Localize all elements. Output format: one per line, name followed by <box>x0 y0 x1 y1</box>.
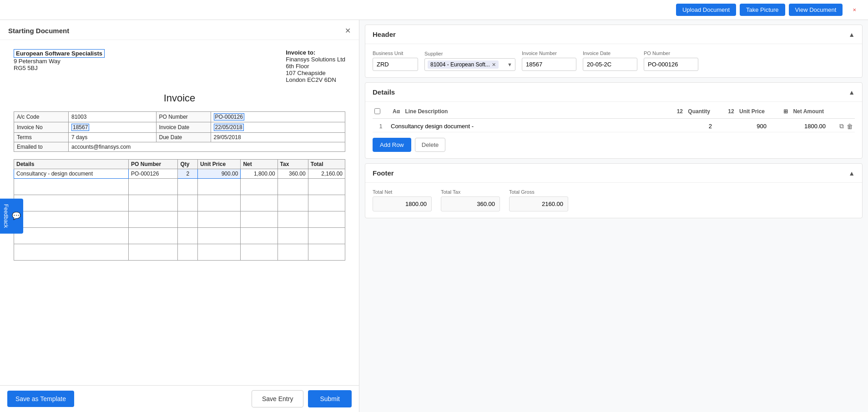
take-picture-button[interactable]: Take Picture <box>740 4 785 16</box>
bottom-bar: Save as Template Save Entry Submit <box>0 385 359 412</box>
header-section-toggle[interactable]: ▲ <box>848 31 855 38</box>
copy-row-button[interactable]: ⧉ <box>839 122 844 130</box>
td-tax: 360.00 <box>278 169 308 179</box>
total-net-input[interactable] <box>373 196 432 211</box>
feedback-tab[interactable]: 💬 Feedback <box>0 199 23 234</box>
total-gross-label: Total Gross <box>509 189 568 195</box>
td-total: 2,160.00 <box>308 169 345 179</box>
submit-button[interactable]: Submit <box>308 390 352 407</box>
invoice-number-input[interactable] <box>522 58 576 71</box>
label-invoice-no: Invoice No <box>14 122 69 133</box>
top-bar: Upload Document Take Picture View Docume… <box>0 0 868 20</box>
th-tax: Tax <box>278 160 308 169</box>
select-all-checkbox[interactable] <box>374 108 380 114</box>
po-number-label: PO Number <box>644 50 698 56</box>
company-name: European Software Specialists <box>14 49 105 58</box>
business-unit-input[interactable] <box>373 58 418 71</box>
supplier-select[interactable]: 81004 - European Soft... ✕ ▼ <box>424 58 515 71</box>
invoice-title: Invoice <box>14 92 345 104</box>
invoice-date-label: Invoice Date <box>583 50 637 56</box>
val-emailed-to: accounts@finansys.com <box>69 142 345 152</box>
po-number-input[interactable] <box>644 58 698 71</box>
td-net: 1,800.00 <box>241 169 278 179</box>
td-po: PO-000126 <box>129 169 178 179</box>
label-emailed-to: Emailed to <box>14 142 69 152</box>
left-panel-header: Starting Document ✕ <box>0 20 359 40</box>
left-panel-close-button[interactable]: ✕ <box>345 26 351 35</box>
details-section-toggle[interactable]: ▲ <box>848 89 855 96</box>
details-table-header: Details PO Number Qty Unit Price Net Tax… <box>14 160 345 169</box>
invoice-header-row: European Software Specialists 9 Petersha… <box>14 49 345 83</box>
supplier-field: Supplier 81004 - European Soft... ✕ ▼ <box>424 51 515 71</box>
footer-section-header: Footer ▲ <box>365 164 862 183</box>
info-row-4: Emailed to accounts@finansys.com <box>14 142 345 152</box>
details-section-title: Details <box>373 88 395 96</box>
row-number: 1 <box>377 123 384 130</box>
right-panel: Header ▲ Business Unit Supplier <box>359 20 868 412</box>
invoice-no-highlighted: 18567 <box>71 124 89 131</box>
invoice-date-field: Invoice Date <box>583 50 637 71</box>
invoice-details-table: Details PO Number Qty Unit Price Net Tax… <box>14 159 345 261</box>
footer-section-body: Total Net Total Tax Total Gross <box>365 183 862 218</box>
details-column-headers: Aα Line Description 12 Quantity 12 Unit … <box>373 108 855 119</box>
footer-section: Footer ▲ Total Net Total Tax <box>365 163 863 218</box>
supplier-chevron-icon[interactable]: ▼ <box>507 62 512 67</box>
po-number-highlighted: PO-000126 <box>214 113 244 121</box>
supplier-remove-icon[interactable]: ✕ <box>492 62 496 68</box>
details-section-header: Details ▲ <box>365 83 862 102</box>
delete-button[interactable]: Delete <box>415 138 446 152</box>
invoice-to-line1: 6th Floor <box>286 63 345 70</box>
th-qty: Qty <box>178 160 198 169</box>
save-template-button[interactable]: Save as Template <box>7 391 74 407</box>
main-content: 💬 Feedback Starting Document ✕ European … <box>0 20 868 412</box>
val-ac-code: 81003 <box>69 112 156 122</box>
val-due-date: 29/05/2018 <box>211 133 345 142</box>
close-button[interactable]: × <box>846 4 863 16</box>
invoice-number-field: Invoice Number <box>522 50 576 71</box>
invoice-date-highlighted: 22/05/2018 <box>214 124 244 131</box>
invoice-date-input[interactable] <box>583 58 637 71</box>
left-panel: 💬 Feedback Starting Document ✕ European … <box>0 20 359 412</box>
footer-section-toggle[interactable]: ▲ <box>848 170 855 177</box>
feedback-label: Feedback <box>3 204 9 228</box>
info-row-2: Invoice No 18567 Invoice Date 22/05/2018 <box>14 122 345 133</box>
details-section: Details ▲ Aα Line Description <box>365 82 863 159</box>
text-icon: Aα <box>391 108 402 115</box>
supplier-label: Supplier <box>424 51 515 56</box>
invoice-to-company: Finansys Solutions Ltd <box>286 56 345 63</box>
info-row-1: A/c Code 81003 PO Number PO-000126 <box>14 112 345 122</box>
total-tax-label: Total Tax <box>441 189 500 195</box>
add-row-button[interactable]: Add Row <box>373 138 411 152</box>
td-description: Consultancy - design document <box>14 169 129 179</box>
invoice-to-label: Invoice to: <box>286 49 345 56</box>
invoice-to-line3: London EC2V 6DN <box>286 76 345 83</box>
header-fields: Business Unit Supplier 81004 - European … <box>373 50 855 71</box>
val-terms: 7 days <box>69 133 156 142</box>
total-tax-input[interactable] <box>441 196 500 211</box>
col-line-description: Aα Line Description <box>389 108 659 116</box>
business-unit-field: Business Unit <box>373 50 418 71</box>
total-tax-field: Total Tax <box>441 189 500 211</box>
details-empty-row-1 <box>14 179 345 195</box>
company-block: European Software Specialists 9 Petersha… <box>14 49 105 76</box>
col-quantity: 12 Quantity <box>659 108 714 116</box>
total-gross-input[interactable] <box>509 196 568 211</box>
company-address2: RG5 5BJ <box>14 65 105 71</box>
invoice-to-line2: 107 Cheapside <box>286 70 345 76</box>
view-document-button[interactable]: View Document <box>789 4 843 16</box>
company-address1: 9 Petersham Way <box>14 58 105 65</box>
details-empty-row-3 <box>14 211 345 228</box>
left-panel-scroll[interactable]: European Software Specialists 9 Petersha… <box>0 40 359 385</box>
row-net-amount: 1800.00 <box>768 123 828 130</box>
total-net-field: Total Net <box>373 189 432 211</box>
save-entry-button[interactable]: Save Entry <box>252 390 303 407</box>
label-terms: Terms <box>14 133 69 142</box>
num-icon-price: 12 <box>726 108 736 115</box>
delete-row-button[interactable]: 🗑 <box>847 122 853 130</box>
upload-document-button[interactable]: Upload Document <box>676 4 736 16</box>
footer-fields: Total Net Total Tax Total Gross <box>373 189 855 211</box>
row-unit-price: 900 <box>714 123 768 130</box>
col-net-amount: ⊞ Net Amount <box>768 108 828 116</box>
bottom-right-buttons: Save Entry Submit <box>252 390 352 407</box>
td-qty: 2 <box>178 169 198 179</box>
